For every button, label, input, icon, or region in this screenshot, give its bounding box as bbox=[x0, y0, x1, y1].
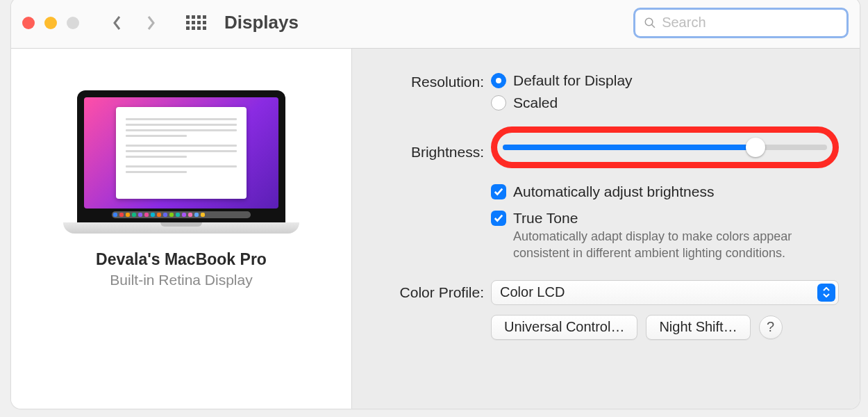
select-stepper-icon bbox=[817, 284, 835, 302]
color-profile-label: Color Profile: bbox=[359, 280, 491, 301]
true-tone-label: True Tone bbox=[513, 210, 578, 227]
forward-button[interactable] bbox=[140, 10, 161, 35]
search-icon bbox=[644, 16, 656, 30]
color-profile-value: Color LCD bbox=[500, 284, 565, 300]
auto-brightness-checkbox[interactable]: Automatically adjust brightness bbox=[491, 183, 839, 200]
true-tone-hint: Automatically adapt display to make colo… bbox=[513, 228, 805, 262]
checkbox-checked-icon bbox=[491, 184, 506, 199]
slider-thumb[interactable] bbox=[746, 138, 765, 157]
brightness-highlight-annotation bbox=[491, 126, 839, 168]
slider-fill bbox=[503, 145, 756, 150]
auto-brightness-label: Automatically adjust brightness bbox=[513, 183, 714, 200]
settings-panel: Resolution: Default for Display Scaled B… bbox=[351, 49, 860, 409]
content: Devala's MacBook Pro Built-in Retina Dis… bbox=[11, 49, 860, 409]
resolution-default-option[interactable]: Default for Display bbox=[491, 72, 839, 89]
device-preview-panel: Devala's MacBook Pro Built-in Retina Dis… bbox=[11, 49, 351, 409]
displays-prefpane-window: Displays bbox=[11, 0, 860, 409]
device-subtitle: Built-in Retina Display bbox=[110, 272, 252, 288]
window-controls bbox=[22, 17, 79, 29]
help-button[interactable]: ? bbox=[759, 316, 783, 339]
search-input[interactable] bbox=[662, 15, 838, 31]
resolution-default-label: Default for Display bbox=[513, 72, 633, 89]
svg-point-0 bbox=[645, 18, 653, 26]
device-thumbnail bbox=[63, 90, 299, 234]
close-window-button[interactable] bbox=[22, 17, 35, 29]
checkbox-checked-icon bbox=[491, 211, 506, 226]
true-tone-checkbox[interactable]: True Tone bbox=[491, 210, 839, 227]
pane-title: Displays bbox=[224, 12, 299, 33]
search-field[interactable] bbox=[633, 8, 849, 38]
color-profile-select[interactable]: Color LCD bbox=[491, 280, 839, 305]
resolution-scaled-option[interactable]: Scaled bbox=[491, 95, 839, 111]
brightness-label: Brightness: bbox=[359, 134, 491, 161]
back-button[interactable] bbox=[107, 10, 128, 35]
night-shift-button[interactable]: Night Shift… bbox=[646, 315, 750, 340]
svg-line-1 bbox=[651, 24, 655, 28]
universal-control-button[interactable]: Universal Control… bbox=[491, 315, 637, 340]
radio-unselected-icon bbox=[491, 95, 506, 111]
radio-selected-icon bbox=[491, 73, 506, 88]
resolution-label: Resolution: bbox=[359, 72, 491, 90]
resolution-scaled-label: Scaled bbox=[513, 95, 558, 111]
toolbar: Displays bbox=[11, 0, 860, 49]
device-name: Devala's MacBook Pro bbox=[96, 250, 267, 269]
brightness-slider[interactable] bbox=[503, 145, 827, 150]
show-all-prefs-button[interactable] bbox=[186, 15, 206, 30]
minimize-window-button[interactable] bbox=[44, 17, 57, 29]
zoom-window-button[interactable] bbox=[67, 17, 79, 29]
